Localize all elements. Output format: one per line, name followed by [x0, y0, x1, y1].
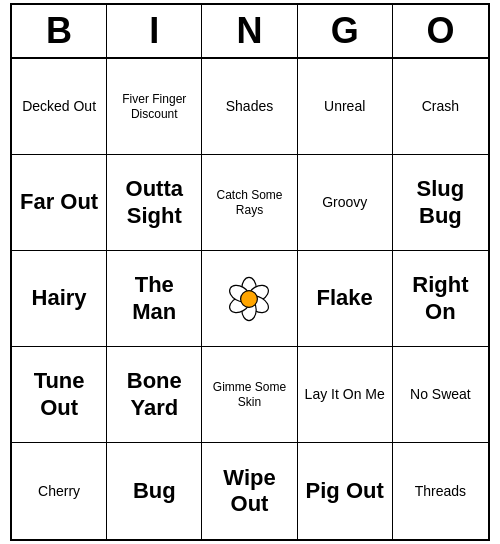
header-letter: I	[107, 5, 202, 57]
bingo-cell: Lay It On Me	[298, 347, 393, 443]
bingo-cell: Fiver Finger Discount	[107, 59, 202, 155]
bingo-cell: The Man	[107, 251, 202, 347]
bingo-cell: Gimme Some Skin	[202, 347, 297, 443]
bingo-cell: Threads	[393, 443, 488, 539]
header-letter: O	[393, 5, 488, 57]
bingo-cell: Bug	[107, 443, 202, 539]
bingo-cell: Far Out	[12, 155, 107, 251]
bingo-cell: Decked Out	[12, 59, 107, 155]
bingo-cell: Wipe Out	[202, 443, 297, 539]
bingo-cell: Unreal	[298, 59, 393, 155]
bingo-cell: Hairy	[12, 251, 107, 347]
bingo-cell: Crash	[393, 59, 488, 155]
bingo-cell: No Sweat	[393, 347, 488, 443]
bingo-cell	[202, 251, 297, 347]
bingo-cell: Groovy	[298, 155, 393, 251]
bingo-header: BINGO	[12, 5, 488, 59]
bingo-cell: Tune Out	[12, 347, 107, 443]
bingo-cell: Bone Yard	[107, 347, 202, 443]
bingo-cell: Right On	[393, 251, 488, 347]
bingo-grid: Decked OutFiver Finger DiscountShadesUnr…	[12, 59, 488, 539]
bingo-cell: Flake	[298, 251, 393, 347]
flower-icon	[219, 269, 279, 329]
bingo-cell: Outta Sight	[107, 155, 202, 251]
bingo-card: BINGO Decked OutFiver Finger DiscountSha…	[10, 3, 490, 541]
header-letter: B	[12, 5, 107, 57]
bingo-cell: Slug Bug	[393, 155, 488, 251]
bingo-cell: Shades	[202, 59, 297, 155]
bingo-cell: Pig Out	[298, 443, 393, 539]
bingo-cell: Catch Some Rays	[202, 155, 297, 251]
svg-point-6	[241, 290, 258, 307]
header-letter: G	[298, 5, 393, 57]
header-letter: N	[202, 5, 297, 57]
bingo-cell: Cherry	[12, 443, 107, 539]
